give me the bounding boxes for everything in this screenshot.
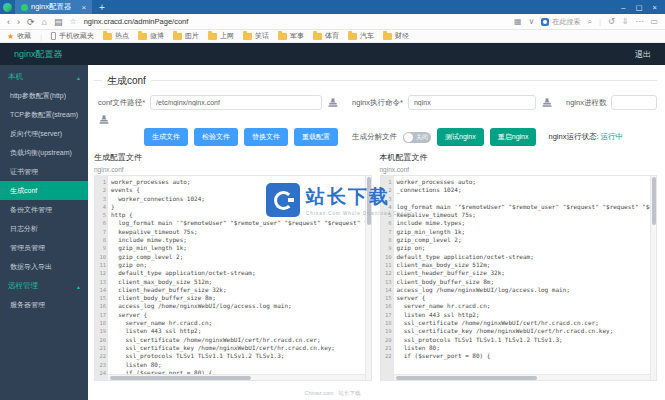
sidebar-item-server[interactable]: 反向代理(server) [0, 124, 88, 143]
window-minimize-button[interactable]: – [621, 3, 625, 12]
bookmark-label: 汽车 [360, 31, 374, 41]
scrollbar-thumb[interactable] [396, 376, 537, 380]
sidebar-item-[interactable]: 日志分析 [0, 219, 88, 238]
logout-button[interactable]: 退出 [635, 49, 651, 60]
tab-close-icon[interactable]: × [81, 3, 86, 12]
sidebar-item-upstream[interactable]: 负载均衡(upstream) [0, 143, 88, 162]
action-button[interactable]: 重载配置 [294, 128, 338, 146]
extension-icon[interactable]: ▦ [514, 17, 522, 26]
vertical-scrollbar[interactable] [365, 176, 371, 380]
bookmark-folder[interactable]: 热点 [103, 31, 129, 41]
sidebar-item-conf[interactable]: 生成conf [0, 181, 88, 200]
horizontal-scrollbar[interactable] [108, 374, 365, 380]
line-number: 12 [381, 269, 392, 277]
side-panel-icon[interactable]: ▭ [650, 17, 658, 26]
code-line: client_max_body_size 512m; [111, 278, 371, 286]
history-icon[interactable]: ↺ [608, 17, 615, 26]
code-line: } [111, 203, 371, 211]
more-icon[interactable]: ⋯ [635, 17, 643, 26]
code-line: include mime.types; [397, 219, 657, 227]
reader-mode-icon[interactable]: ▤ [54, 17, 63, 27]
browser-tab[interactable]: nginx配置器 × [15, 0, 92, 14]
vertical-scrollbar[interactable] [650, 176, 656, 380]
sidebar-item-[interactable]: 服务器管理 [0, 295, 88, 314]
folder-icon [278, 33, 287, 40]
bookmark-folder[interactable]: 图片 [173, 31, 199, 41]
address-bar[interactable]: nginx.cracd.cn/adminPage/conf [84, 17, 507, 26]
line-number: 2 [95, 186, 106, 194]
line-number: 8 [95, 236, 106, 244]
nginx-control-button[interactable]: 重启nginx [490, 128, 537, 146]
page-title-wrap: 生成conf [94, 73, 657, 87]
sidebar-item-[interactable]: 管理员管理 [0, 238, 88, 257]
sidebar-item-tcpstream[interactable]: TCP参数配置(stream) [0, 105, 88, 124]
line-number: 5 [381, 211, 392, 219]
sidebar-group-header[interactable]: 本机▴ [0, 67, 88, 86]
action-button[interactable]: 替换文件 [244, 128, 288, 146]
line-number: 20 [381, 336, 392, 344]
folder-icon [138, 33, 147, 40]
line-number: 9 [381, 244, 392, 252]
line-number: 14 [95, 286, 106, 294]
scrollbar-thumb[interactable] [367, 177, 371, 225]
search-input[interactable]: 在此搜索 [541, 17, 580, 27]
new-tab-button[interactable]: + [99, 2, 105, 13]
bookmark-folder[interactable]: 上网 [208, 31, 234, 41]
conf-code: worker_processes auto;events { worker_co… [108, 176, 371, 380]
save-stamp-icon[interactable] [327, 97, 339, 109]
conf-editor[interactable]: 123456789101112131415161718192021222324 … [94, 175, 372, 381]
line-number: 13 [95, 278, 106, 286]
save-stamp-icon[interactable] [541, 97, 553, 109]
collapse-arrow-icon: ▴ [77, 74, 80, 81]
generated-conf-panel: 生成配置文件 nginx.conf 1234567891011121314151… [94, 152, 372, 381]
sidebar-item-[interactable]: 数据导入导出 [0, 257, 88, 276]
back-icon[interactable]: ‹ [7, 17, 10, 27]
scrollbar-thumb[interactable] [652, 177, 656, 225]
split-toggle-switch[interactable]: 关闭 [403, 132, 431, 143]
window-close-button[interactable]: × [653, 3, 657, 12]
sidebar-item-[interactable]: 备份文件管理 [0, 200, 88, 219]
sidebar-group-header[interactable]: 远程管理▴ [0, 276, 88, 295]
download-icon[interactable]: ⇩ [622, 17, 629, 26]
code-line: server_name hr.cracd.cn; [111, 319, 371, 327]
engine-dropdown-icon[interactable]: ∨ [529, 17, 535, 26]
line-number: 20 [95, 336, 106, 344]
code-line: include mime.types; [111, 236, 371, 244]
horizontal-scrollbar[interactable] [394, 374, 651, 380]
nginx-cmd-input[interactable] [408, 95, 536, 110]
conf-editor[interactable]: 12345678910111213141516171819202122 work… [380, 175, 658, 381]
save-stamp-icon[interactable] [98, 114, 110, 126]
primary-buttons: 生成文件检验文件替换文件重载配置 [144, 128, 338, 146]
conf-panels: 生成配置文件 nginx.conf 1234567891011121314151… [94, 152, 657, 381]
action-button[interactable]: 生成文件 [144, 128, 188, 146]
forward-icon[interactable]: › [17, 17, 20, 27]
code-line: worker_processes auto; [111, 178, 371, 186]
code-line: gzip on; [111, 261, 371, 269]
nginx-worker-input[interactable] [611, 95, 657, 110]
bookmark-folder[interactable]: 军事 [278, 31, 304, 41]
sidebar-item-[interactable]: 证书管理 [0, 162, 88, 181]
switch-state-text: 关闭 [416, 133, 428, 142]
bookmark-folder[interactable]: 笑话 [243, 31, 269, 41]
action-button[interactable]: 检验文件 [194, 128, 238, 146]
favorite-icon[interactable]: ☆ [70, 17, 77, 26]
conf-path-input[interactable] [150, 95, 322, 110]
line-number: 15 [95, 294, 106, 302]
bookmark-folder[interactable]: 汽车 [348, 31, 374, 41]
line-number: 7 [95, 228, 106, 236]
scrollbar-thumb[interactable] [110, 376, 251, 380]
bookmark-folder[interactable]: 微博 [138, 31, 164, 41]
bookmarks-star-item[interactable]: ★ 收藏 [7, 31, 31, 41]
home-icon[interactable]: ⌂ [42, 17, 47, 27]
nginx-control-button[interactable]: 测试nginx [437, 128, 484, 146]
refresh-icon[interactable]: ⟳ [27, 17, 35, 27]
bookmark-phone-folder[interactable]: 手机收藏夹 [51, 31, 94, 41]
bookmark-folder[interactable]: 财经 [383, 31, 409, 41]
line-number-gutter: 12345678910111213141516171819202122 [381, 176, 394, 380]
window-maximize-button[interactable]: ▢ [636, 3, 643, 12]
bookmark-label: 热点 [115, 31, 129, 41]
line-number: 17 [95, 311, 106, 319]
sidebar-item-httphttp[interactable]: http参数配置(http) [0, 86, 88, 105]
bookmark-folder[interactable]: 体育 [313, 31, 339, 41]
search-icon[interactable]: ⌕ [587, 17, 591, 27]
